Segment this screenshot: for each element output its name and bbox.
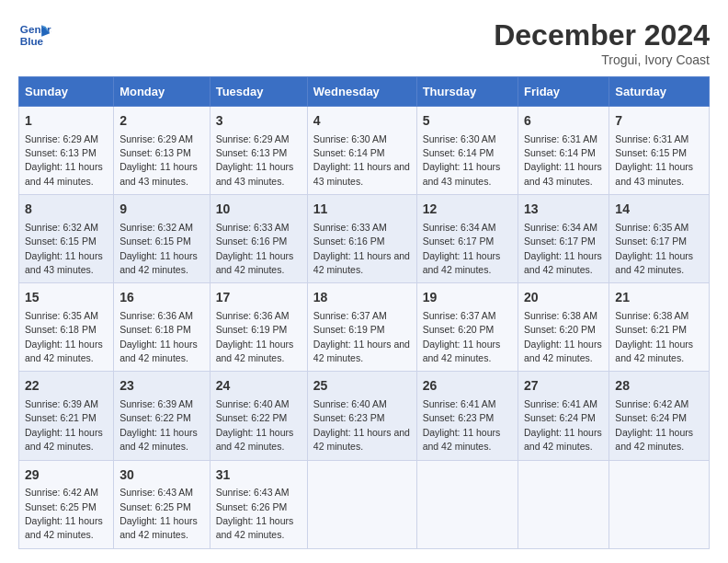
day-number: 10 [216,201,301,219]
day-info: Sunrise: 6:30 AMSunset: 6:14 PMDaylight:… [423,133,501,187]
day-info: Sunrise: 6:35 AMSunset: 6:18 PMDaylight:… [25,310,103,363]
day-info: Sunrise: 6:43 AMSunset: 6:25 PMDaylight:… [119,487,198,540]
day-info: Sunrise: 6:37 AMSunset: 6:19 PMDaylight:… [313,310,410,363]
day-info: Sunrise: 6:37 AMSunset: 6:20 PMDaylight:… [423,310,501,363]
calendar-cell: 23Sunrise: 6:39 AMSunset: 6:22 PMDayligh… [114,372,210,460]
calendar-cell: 1Sunrise: 6:29 AMSunset: 6:13 PMDaylight… [19,107,114,195]
title-block: December 2024 Trogui, Ivory Coast [494,18,710,67]
header-tuesday: Tuesday [210,77,307,107]
day-number: 27 [524,377,603,396]
day-info: Sunrise: 6:38 AMSunset: 6:21 PMDaylight:… [615,310,693,363]
calendar-cell: 5Sunrise: 6:30 AMSunset: 6:14 PMDaylight… [416,107,518,195]
calendar-cell: 19Sunrise: 6:37 AMSunset: 6:20 PMDayligh… [416,283,518,372]
day-info: Sunrise: 6:29 AMSunset: 6:13 PMDaylight:… [216,133,294,187]
location: Trogui, Ivory Coast [494,52,710,67]
calendar-week-2: 8Sunrise: 6:32 AMSunset: 6:15 PMDaylight… [19,195,710,283]
calendar-cell: 22Sunrise: 6:39 AMSunset: 6:21 PMDayligh… [19,372,114,460]
calendar-header-row: SundayMondayTuesdayWednesdayThursdayFrid… [19,77,710,107]
calendar-week-1: 1Sunrise: 6:29 AMSunset: 6:13 PMDaylight… [19,107,710,195]
header-sunday: Sunday [19,77,114,107]
calendar-cell: 16Sunrise: 6:36 AMSunset: 6:18 PMDayligh… [114,283,210,372]
calendar-table: SundayMondayTuesdayWednesdayThursdayFrid… [18,76,710,549]
day-number: 3 [216,112,301,131]
calendar-cell: 20Sunrise: 6:38 AMSunset: 6:20 PMDayligh… [518,283,609,372]
day-number: 31 [216,466,301,485]
day-number: 2 [119,112,204,131]
day-number: 28 [615,377,703,396]
day-number: 7 [615,112,703,131]
calendar-cell: 3Sunrise: 6:29 AMSunset: 6:13 PMDaylight… [210,107,307,195]
day-number: 23 [119,377,204,396]
day-info: Sunrise: 6:33 AMSunset: 6:16 PMDaylight:… [313,222,410,275]
calendar-cell [416,460,518,548]
day-number: 21 [615,289,703,307]
calendar-cell: 18Sunrise: 6:37 AMSunset: 6:19 PMDayligh… [307,283,416,372]
calendar-cell: 9Sunrise: 6:32 AMSunset: 6:15 PMDaylight… [114,195,210,283]
calendar-cell: 28Sunrise: 6:42 AMSunset: 6:24 PMDayligh… [609,372,710,460]
day-number: 15 [25,289,108,307]
day-number: 8 [25,201,108,219]
calendar-cell: 11Sunrise: 6:33 AMSunset: 6:16 PMDayligh… [307,195,416,283]
day-info: Sunrise: 6:38 AMSunset: 6:20 PMDaylight:… [524,310,602,363]
header-saturday: Saturday [609,77,710,107]
day-number: 20 [524,289,603,307]
day-number: 24 [216,377,301,396]
calendar-cell [609,460,710,548]
calendar-cell [307,460,416,548]
day-info: Sunrise: 6:41 AMSunset: 6:23 PMDaylight:… [423,398,501,452]
day-info: Sunrise: 6:40 AMSunset: 6:23 PMDaylight:… [313,398,410,452]
calendar-cell: 6Sunrise: 6:31 AMSunset: 6:14 PMDaylight… [518,107,609,195]
day-info: Sunrise: 6:43 AMSunset: 6:26 PMDaylight:… [216,487,294,540]
calendar-cell: 29Sunrise: 6:42 AMSunset: 6:25 PMDayligh… [19,460,114,548]
day-number: 5 [423,112,512,131]
day-number: 29 [25,466,108,485]
day-info: Sunrise: 6:32 AMSunset: 6:15 PMDaylight:… [25,222,103,275]
day-number: 16 [119,289,204,307]
calendar-cell: 2Sunrise: 6:29 AMSunset: 6:13 PMDaylight… [114,107,210,195]
day-number: 26 [423,377,512,396]
day-info: Sunrise: 6:42 AMSunset: 6:25 PMDaylight:… [25,487,103,540]
day-number: 19 [423,289,512,307]
day-number: 14 [615,201,703,219]
calendar-cell: 24Sunrise: 6:40 AMSunset: 6:22 PMDayligh… [210,372,307,460]
day-number: 9 [119,201,204,219]
day-info: Sunrise: 6:39 AMSunset: 6:21 PMDaylight:… [25,398,103,452]
day-number: 18 [313,289,411,307]
calendar-cell: 8Sunrise: 6:32 AMSunset: 6:15 PMDaylight… [19,195,114,283]
day-number: 11 [313,201,411,219]
calendar-week-5: 29Sunrise: 6:42 AMSunset: 6:25 PMDayligh… [19,460,710,548]
calendar-cell: 26Sunrise: 6:41 AMSunset: 6:23 PMDayligh… [416,372,518,460]
day-info: Sunrise: 6:29 AMSunset: 6:13 PMDaylight:… [25,133,103,187]
day-number: 25 [313,377,411,396]
day-info: Sunrise: 6:30 AMSunset: 6:14 PMDaylight:… [313,133,410,187]
day-number: 22 [25,377,108,396]
calendar-week-3: 15Sunrise: 6:35 AMSunset: 6:18 PMDayligh… [19,283,710,372]
calendar-cell: 10Sunrise: 6:33 AMSunset: 6:16 PMDayligh… [210,195,307,283]
day-number: 13 [524,201,603,219]
day-info: Sunrise: 6:35 AMSunset: 6:17 PMDaylight:… [615,222,693,275]
header-friday: Friday [518,77,609,107]
day-info: Sunrise: 6:29 AMSunset: 6:13 PMDaylight:… [119,133,198,187]
day-info: Sunrise: 6:42 AMSunset: 6:24 PMDaylight:… [615,398,693,452]
logo-icon: General Blue [18,18,51,52]
day-info: Sunrise: 6:32 AMSunset: 6:15 PMDaylight:… [119,222,198,275]
day-info: Sunrise: 6:40 AMSunset: 6:22 PMDaylight:… [216,398,294,452]
day-info: Sunrise: 6:39 AMSunset: 6:22 PMDaylight:… [119,398,198,452]
calendar-cell: 15Sunrise: 6:35 AMSunset: 6:18 PMDayligh… [19,283,114,372]
calendar-cell: 27Sunrise: 6:41 AMSunset: 6:24 PMDayligh… [518,372,609,460]
day-number: 6 [524,112,603,131]
svg-text:Blue: Blue [20,35,44,47]
day-info: Sunrise: 6:31 AMSunset: 6:14 PMDaylight:… [524,133,602,187]
calendar-cell: 7Sunrise: 6:31 AMSunset: 6:15 PMDaylight… [609,107,710,195]
header-wednesday: Wednesday [307,77,416,107]
calendar-cell: 21Sunrise: 6:38 AMSunset: 6:21 PMDayligh… [609,283,710,372]
calendar-week-4: 22Sunrise: 6:39 AMSunset: 6:21 PMDayligh… [19,372,710,460]
calendar-cell: 4Sunrise: 6:30 AMSunset: 6:14 PMDaylight… [307,107,416,195]
day-info: Sunrise: 6:41 AMSunset: 6:24 PMDaylight:… [524,398,602,452]
day-info: Sunrise: 6:33 AMSunset: 6:16 PMDaylight:… [216,222,294,275]
day-info: Sunrise: 6:34 AMSunset: 6:17 PMDaylight:… [524,222,602,275]
calendar-cell [518,460,609,548]
day-number: 17 [216,289,301,307]
header-thursday: Thursday [416,77,518,107]
day-info: Sunrise: 6:36 AMSunset: 6:18 PMDaylight:… [119,310,198,363]
